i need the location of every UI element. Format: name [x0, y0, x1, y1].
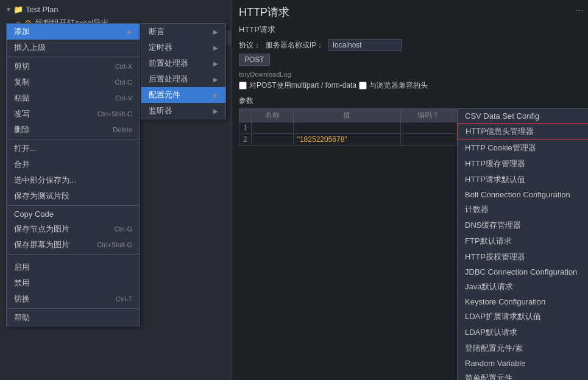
menu-label: HTTP信息头管理器 [466, 126, 534, 137]
shortcut-copy: Ctrl-C [115, 79, 132, 86]
submenu-l3-jdbc[interactable]: JDBC Connection Configuration [458, 265, 588, 279]
server-label: 服务器名称或IP： [266, 40, 324, 51]
keepalive-label: 对POST使用multipart / form-data [249, 80, 356, 91]
menu-label: 保存屏幕为图片 [14, 239, 69, 250]
menu-item-copy[interactable]: 复制 Ctrl-C [7, 74, 140, 90]
shortcut-toggle: Ctrl-T [116, 295, 133, 303]
submenu-l3-bolt-connection[interactable]: Bolt Connection Configuration [458, 188, 588, 202]
menu-item-insert-above[interactable]: 插入上级 [7, 40, 140, 55]
menu-label: LDAP扩展请求默认值 [465, 311, 541, 322]
submenu-l3-java[interactable]: Java默认请求 [458, 279, 588, 295]
menu-item-merge[interactable]: 合并 [7, 157, 140, 172]
submenu-l3-dns[interactable]: DNS缓存管理器 [458, 217, 588, 233]
submenu-l3: CSV Data Set Config HTTP信息头管理器 HTTP Cook… [457, 108, 588, 380]
server-input[interactable] [328, 39, 402, 51]
shortcut-save-screen: Ctrl+Shift-G [97, 241, 132, 248]
submenu-l3-ldap-default[interactable]: LDAP默认请求 [458, 325, 588, 340]
submenu-l2-duan-yan[interactable]: 断言 ▶ [141, 24, 225, 40]
row-name [252, 134, 294, 146]
menu-separator-2 [7, 139, 140, 139]
menu-label: 监听器 [149, 105, 172, 116]
menu-label: 合并 [14, 159, 30, 170]
submenu-l2-listener[interactable]: 监听器 ▶ [141, 103, 225, 119]
menu-label: 剪切 [14, 61, 30, 72]
main-container: ▼ 📁 Test Plan ▼ ⚙ 线程组开打excel导出 ↗ HTTP请求 … [0, 0, 588, 380]
menu-label: 插入上级 [14, 42, 46, 53]
menu-item-add[interactable]: 添加 ▶ [7, 24, 140, 40]
right-panel: HTTP请求 HTTP请求 ··· 协议： 服务器名称或IP： POST tor… [232, 0, 588, 380]
tree-arrow: ▼ [5, 5, 12, 13]
keepalive-checkbox[interactable] [239, 82, 247, 90]
shortcut-delete: Delete [113, 126, 132, 133]
menu-item-save-fragment[interactable]: 保存为测试片段 [7, 188, 140, 204]
browser-label: 与浏览器兼容的头 [369, 80, 428, 91]
menu-item-copy-code[interactable]: Copy Code [7, 207, 140, 221]
menu-label: Java默认请求 [465, 281, 513, 292]
submenu-l2-config[interactable]: 配置元件 ▶ [141, 87, 225, 103]
folder-icon: 📁 [13, 4, 23, 14]
menu-item-rewrite[interactable]: 改写 Ctrl+Shift-C [7, 106, 140, 122]
menu-item-save-partial[interactable]: 选中部分保存为... [7, 172, 140, 188]
menu-label: HTTP授权管理器 [465, 252, 525, 262]
submenu-l3-http-cache[interactable]: HTTP缓存管理器 [458, 156, 588, 172]
menu-label: 切换 [14, 294, 30, 304]
protocol-label: 协议： [239, 40, 261, 51]
dots-menu[interactable]: ··· [575, 5, 583, 16]
menu-label: HTTP请求默认值 [465, 174, 525, 185]
submenu-l2-pre[interactable]: 前置处理器 ▶ [141, 55, 225, 71]
submenu-l2-post[interactable]: 后置处理器 ▶ [141, 71, 225, 87]
menu-label: 计数器 [465, 204, 489, 215]
submenu-l3-http-cookie[interactable]: HTTP Cookie管理器 [458, 140, 588, 156]
menu-separator-5 [7, 308, 140, 309]
submenu-l3-http-auth[interactable]: HTTP授权管理器 [458, 249, 588, 265]
menu-item-save-screen-img[interactable]: 保存屏幕为图片 Ctrl+Shift-G [7, 237, 140, 253]
menu-item-enable[interactable]: 启用 [7, 259, 140, 275]
protocol-row: 协议： 服务器名称或IP： [239, 39, 581, 51]
col-num [239, 109, 252, 122]
tree-item-test-plan[interactable]: ▼ 📁 Test Plan [0, 2, 231, 16]
panel-label: HTTP请求 [239, 24, 581, 35]
menu-item-open[interactable]: 打开... [7, 141, 140, 157]
row-num: 1 [239, 122, 252, 134]
menu-item-help[interactable]: 帮助 [7, 310, 140, 326]
menu-label: 保存节点为图片 [14, 223, 69, 234]
panel-title: HTTP请求 [239, 5, 581, 19]
menu-label: 前置处理器 [149, 58, 188, 69]
submenu-l3-counter[interactable]: 计数器 [458, 202, 588, 217]
browser-checkbox[interactable] [359, 82, 367, 90]
http-method-row: POST [239, 54, 581, 66]
menu-label: 帮助 [14, 312, 30, 323]
submenu-l3-csv[interactable]: CSV Data Set Config [458, 109, 588, 123]
submenu-l3-random-variable[interactable]: Random Variable [458, 356, 588, 370]
submenu-l3-http-default[interactable]: HTTP请求默认值 [458, 172, 588, 188]
submenu-l2-timer[interactable]: 定时器 ▶ [141, 40, 225, 55]
menu-item-cut[interactable]: 剪切 Ctrl-X [7, 58, 140, 74]
menu-item-save-node-img[interactable]: 保存节点为图片 Ctrl-G [7, 221, 140, 237]
menu-item-disable[interactable]: 禁用 [7, 275, 140, 291]
shortcut-rewrite: Ctrl+Shift-C [97, 110, 132, 118]
submenu-arrow: ▶ [213, 29, 218, 35]
menu-separator-4 [7, 254, 140, 255]
menu-item-paste[interactable]: 粘贴 Ctrl-V [7, 90, 140, 106]
menu-label: 打开... [14, 143, 37, 154]
menu-label: 改写 [14, 108, 30, 119]
menu-item-delete[interactable]: 删除 Delete [7, 122, 140, 138]
menu-label: 复制 [14, 77, 30, 88]
menu-label: Random Variable [465, 359, 525, 368]
submenu-l3-simple-config[interactable]: 简单配置元件 [458, 370, 588, 380]
submenu-l3-ldap-ext[interactable]: LDAP扩展请求默认值 [458, 309, 588, 325]
shortcut-cut: Ctrl-X [115, 63, 132, 70]
context-menu-l1: 添加 ▶ 插入上级 剪切 Ctrl-X 复制 Ctrl-C 粘贴 Ctrl-V … [6, 23, 140, 326]
menu-label: DNS缓存管理器 [465, 220, 521, 231]
submenu-l3-keystore[interactable]: Keystore Configuration [458, 295, 588, 309]
submenu-l3-login-config[interactable]: 登陆配置元件/素 [458, 340, 588, 356]
http-method[interactable]: POST [239, 54, 270, 66]
menu-label: 登陆配置元件/素 [465, 343, 523, 354]
submenu-l3-ftp[interactable]: FTP默认请求 [458, 233, 588, 249]
menu-item-toggle[interactable]: 切换 Ctrl-T [7, 291, 140, 307]
params-label: 参数 [239, 96, 253, 105]
submenu-l3-http-header[interactable]: HTTP信息头管理器 [458, 123, 588, 140]
submenu-arrow: ▶ [127, 29, 132, 35]
row-value [293, 122, 400, 134]
menu-label: HTTP Cookie管理器 [465, 142, 536, 153]
